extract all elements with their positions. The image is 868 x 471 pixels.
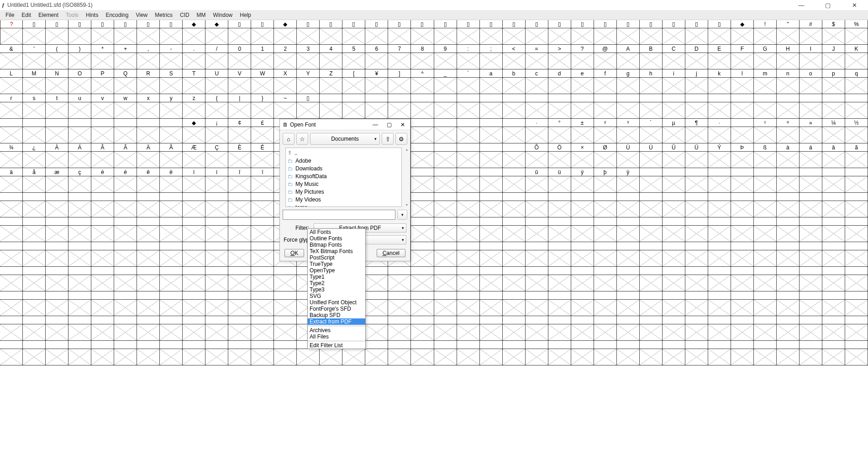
glyph-cell[interactable]: [: [342, 69, 365, 94]
filter-option[interactable]: SVG: [308, 293, 365, 299]
glyph-cell[interactable]: S: [160, 69, 183, 94]
glyph-cell[interactable]: 7: [388, 45, 411, 69]
glyph-cell[interactable]: [46, 193, 68, 217]
glyph-cell[interactable]: [388, 94, 411, 119]
glyph-cell[interactable]: [23, 291, 46, 316]
glyph-cell[interactable]: [114, 267, 137, 291]
glyph-cell[interactable]: [160, 291, 183, 316]
glyph-cell[interactable]: [754, 94, 777, 119]
glyph-cell[interactable]: [137, 341, 160, 365]
glyph-cell[interactable]: [274, 341, 297, 365]
glyph-cell[interactable]: [685, 291, 708, 316]
glyph-cell[interactable]: [845, 242, 868, 267]
glyph-cell[interactable]: ý: [571, 168, 594, 193]
glyph-cell[interactable]: [640, 291, 663, 316]
filter-option-selected[interactable]: Extract from PDF: [308, 318, 365, 325]
glyph-cell[interactable]: [46, 341, 68, 365]
filter-option[interactable]: TeX Bitmap Fonts: [308, 248, 365, 254]
glyph-cell[interactable]: 2: [274, 45, 297, 69]
glyph-cell[interactable]: [845, 341, 868, 365]
glyph-cell[interactable]: X: [274, 69, 297, 94]
glyph-cell[interactable]: [571, 291, 594, 316]
glyph-cell[interactable]: [617, 94, 640, 119]
glyph-cell[interactable]: 0: [228, 45, 251, 69]
glyph-cell[interactable]: [731, 217, 754, 242]
glyph-cell[interactable]: [800, 94, 822, 119]
glyph-cell[interactable]: [183, 242, 205, 267]
glyph-cell[interactable]: [365, 341, 388, 365]
glyph-cell[interactable]: ▯: [411, 20, 434, 45]
scrollbar[interactable]: ▴▾: [405, 148, 409, 207]
glyph-cell[interactable]: [480, 168, 503, 193]
glyph-cell[interactable]: [822, 94, 845, 119]
glyph-cell[interactable]: [457, 341, 480, 365]
glyph-cell[interactable]: ▯: [708, 20, 731, 45]
glyph-cell[interactable]: *: [91, 45, 114, 69]
glyph-cell[interactable]: 3: [297, 45, 320, 69]
glyph-cell[interactable]: [251, 217, 274, 242]
glyph-cell[interactable]: ¢: [228, 119, 251, 143]
glyph-cell[interactable]: [160, 267, 183, 291]
glyph-cell[interactable]: [777, 316, 800, 341]
glyph-cell[interactable]: ": [777, 20, 800, 45]
glyph-cell[interactable]: [68, 119, 91, 143]
glyph-cell[interactable]: [594, 217, 617, 242]
glyph-cell[interactable]: `: [457, 69, 480, 94]
glyph-cell[interactable]: [91, 217, 114, 242]
glyph-cell[interactable]: [640, 267, 663, 291]
glyph-cell[interactable]: [23, 193, 46, 217]
glyph-cell[interactable]: [526, 291, 548, 316]
glyph-cell[interactable]: Ù: [617, 143, 640, 168]
filter-dropdown[interactable]: All Fonts Outline Fonts Bitmap Fonts TeX…: [307, 228, 366, 349]
glyph-cell[interactable]: [46, 267, 68, 291]
file-row[interactable]: 🗀Downloads: [288, 164, 400, 172]
glyph-cell[interactable]: [571, 316, 594, 341]
glyph-cell[interactable]: [800, 242, 822, 267]
glyph-cell[interactable]: [754, 168, 777, 193]
glyph-cell[interactable]: i: [663, 69, 685, 94]
glyph-cell[interactable]: z: [183, 94, 205, 119]
glyph-cell[interactable]: Y: [297, 69, 320, 94]
glyph-cell[interactable]: ▯: [114, 20, 137, 45]
glyph-cell[interactable]: _: [434, 69, 457, 94]
menu-cid[interactable]: CID: [176, 11, 193, 19]
glyph-cell[interactable]: [845, 316, 868, 341]
glyph-cell[interactable]: [46, 316, 68, 341]
glyph-cell[interactable]: [571, 217, 594, 242]
glyph-cell[interactable]: ▯: [457, 20, 480, 45]
glyph-cell[interactable]: å: [23, 168, 46, 193]
glyph-cell[interactable]: [137, 316, 160, 341]
glyph-cell[interactable]: ▯: [46, 20, 68, 45]
ok-button[interactable]: OK: [284, 249, 304, 257]
glyph-cell[interactable]: [685, 217, 708, 242]
glyph-cell[interactable]: [68, 217, 91, 242]
glyph-cell[interactable]: [183, 193, 205, 217]
glyph-cell[interactable]: [594, 267, 617, 291]
glyph-cell[interactable]: ¿: [23, 143, 46, 168]
glyph-cell[interactable]: Ú: [640, 143, 663, 168]
glyph-cell[interactable]: Ü: [685, 143, 708, 168]
glyph-cell[interactable]: }: [251, 94, 274, 119]
glyph-cell[interactable]: [777, 291, 800, 316]
glyph-cell[interactable]: [137, 242, 160, 267]
glyph-cell[interactable]: ▯: [548, 20, 571, 45]
glyph-cell[interactable]: [708, 94, 731, 119]
glyph-cell[interactable]: ▯: [388, 20, 411, 45]
glyph-cell[interactable]: -: [160, 45, 183, 69]
glyph-cell[interactable]: [754, 267, 777, 291]
glyph-cell[interactable]: Ý: [708, 143, 731, 168]
glyph-cell[interactable]: [0, 316, 23, 341]
glyph-cell[interactable]: ë: [160, 168, 183, 193]
glyph-cell[interactable]: [0, 242, 23, 267]
up-button[interactable]: ⇧: [382, 133, 394, 145]
glyph-cell[interactable]: I: [800, 45, 822, 69]
glyph-cell[interactable]: °: [548, 119, 571, 143]
glyph-cell[interactable]: [457, 242, 480, 267]
glyph-cell[interactable]: N: [46, 69, 68, 94]
glyph-cell[interactable]: [731, 193, 754, 217]
glyph-cell[interactable]: [0, 291, 23, 316]
glyph-cell[interactable]: [503, 291, 526, 316]
glyph-cell[interactable]: m: [754, 69, 777, 94]
glyph-cell[interactable]: [685, 94, 708, 119]
glyph-cell[interactable]: r: [0, 94, 23, 119]
